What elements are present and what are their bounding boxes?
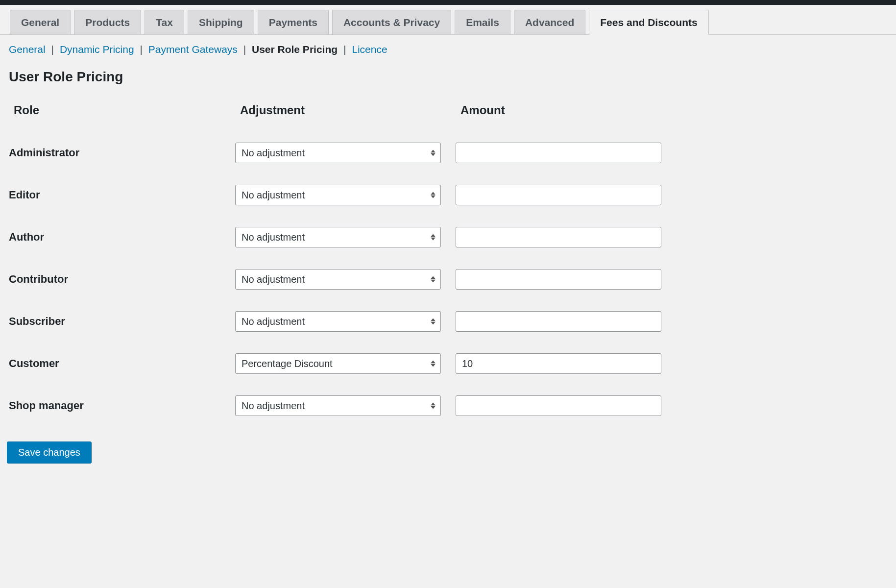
tab-fees-discounts[interactable]: Fees and Discounts: [589, 10, 708, 35]
chevron-updown-icon: [431, 276, 436, 283]
role-label: Administrator: [9, 147, 235, 159]
adjustment-select[interactable]: No adjustment: [235, 311, 441, 332]
adjustment-select[interactable]: No adjustment: [235, 227, 441, 247]
select-value: No adjustment: [242, 400, 305, 412]
chevron-updown-icon: [431, 150, 436, 156]
select-value: No adjustment: [242, 147, 305, 159]
amount-input[interactable]: [456, 311, 661, 332]
adjustment-select[interactable]: No adjustment: [235, 395, 441, 416]
adjustment-select[interactable]: No adjustment: [235, 143, 441, 163]
chevron-updown-icon: [431, 403, 436, 409]
amount-input[interactable]: [456, 227, 661, 247]
amount-input[interactable]: [456, 185, 661, 205]
select-value: No adjustment: [242, 316, 305, 327]
amount-input[interactable]: [456, 395, 661, 416]
table-row: Contributor No adjustment: [9, 258, 887, 300]
chevron-updown-icon: [431, 192, 436, 198]
admin-bar: [0, 0, 896, 5]
select-value: No adjustment: [242, 274, 305, 285]
tab-general[interactable]: General: [10, 10, 71, 35]
table-row: Administrator No adjustment: [9, 132, 887, 174]
tab-advanced[interactable]: Advanced: [514, 10, 585, 35]
subnav-link-general[interactable]: General: [9, 44, 46, 55]
sub-navigation: General | Dynamic Pricing | Payment Gate…: [0, 35, 896, 55]
select-value: No adjustment: [242, 190, 305, 201]
select-value: No adjustment: [242, 232, 305, 243]
select-value: Percentage Discount: [242, 358, 333, 369]
table-row: Customer Percentage Discount: [9, 343, 887, 385]
header-role: Role: [14, 103, 240, 117]
subnav-link-dynamic-pricing[interactable]: Dynamic Pricing: [60, 44, 134, 55]
tab-accounts-privacy[interactable]: Accounts & Privacy: [332, 10, 451, 35]
tab-payments[interactable]: Payments: [258, 10, 329, 35]
amount-input[interactable]: [456, 269, 661, 290]
tab-emails[interactable]: Emails: [455, 10, 510, 35]
tab-shipping[interactable]: Shipping: [188, 10, 254, 35]
amount-input[interactable]: [456, 143, 661, 163]
role-label: Subscriber: [9, 315, 235, 328]
role-pricing-table: Role Adjustment Amount Administrator No …: [0, 94, 896, 427]
chevron-updown-icon: [431, 234, 436, 241]
amount-input[interactable]: [456, 353, 661, 374]
adjustment-select[interactable]: Percentage Discount: [235, 353, 441, 374]
role-label: Contributor: [9, 273, 235, 286]
header-adjustment: Adjustment: [240, 103, 460, 117]
table-row: Author No adjustment: [9, 216, 887, 258]
chevron-updown-icon: [431, 361, 436, 367]
separator: |: [241, 44, 249, 55]
table-row: Editor No adjustment: [9, 174, 887, 216]
page-title: User Role Pricing: [0, 55, 896, 94]
separator: |: [340, 44, 349, 55]
tab-tax[interactable]: Tax: [145, 10, 184, 35]
subnav-link-payment-gateways[interactable]: Payment Gateways: [148, 44, 238, 55]
role-label: Editor: [9, 189, 235, 201]
table-row: Subscriber No adjustment: [9, 300, 887, 343]
table-row: Shop manager No adjustment: [9, 385, 887, 427]
tab-products[interactable]: Products: [74, 10, 141, 35]
header-amount: Amount: [460, 103, 666, 117]
table-header-row: Role Adjustment Amount: [9, 94, 887, 132]
adjustment-select[interactable]: No adjustment: [235, 269, 441, 290]
subnav-current-user-role-pricing: User Role Pricing: [252, 44, 338, 55]
subnav-link-licence[interactable]: Licence: [352, 44, 387, 55]
separator: |: [137, 44, 145, 55]
role-label: Shop manager: [9, 399, 235, 412]
role-label: Customer: [9, 357, 235, 370]
save-button[interactable]: Save changes: [7, 441, 92, 464]
settings-tabs: General Products Tax Shipping Payments A…: [0, 5, 896, 35]
role-label: Author: [9, 231, 235, 244]
separator: |: [48, 44, 57, 55]
chevron-updown-icon: [431, 318, 436, 325]
adjustment-select[interactable]: No adjustment: [235, 185, 441, 205]
